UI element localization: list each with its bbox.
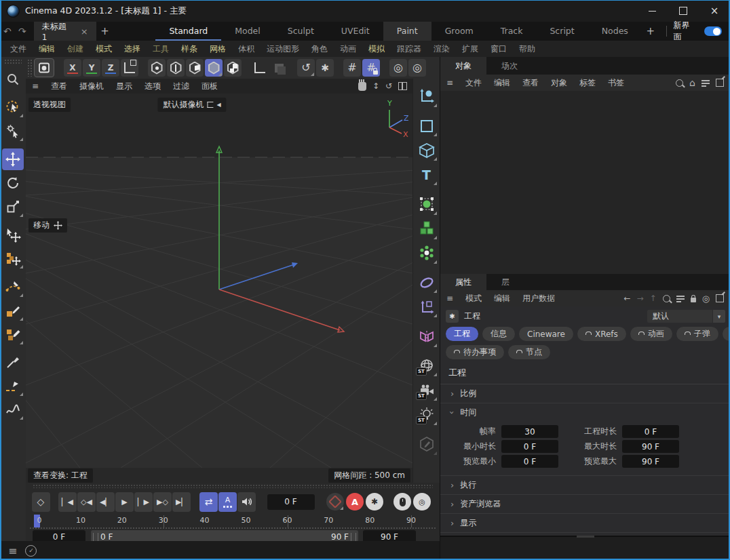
- status-menu-icon[interactable]: ≡: [8, 544, 17, 557]
- layout-tab[interactable]: Standard: [155, 22, 221, 41]
- field-value[interactable]: 30: [501, 425, 558, 438]
- cloner-button[interactable]: [415, 242, 438, 264]
- live-selection-tool[interactable]: [2, 96, 24, 118]
- model-mode-button[interactable]: [205, 59, 223, 77]
- dolly-icon[interactable]: ↕: [372, 81, 379, 91]
- lock-x-axis-button[interactable]: X: [64, 59, 81, 77]
- lock-z-axis-button[interactable]: Z: [102, 59, 119, 77]
- render-settings-button[interactable]: ◎: [408, 59, 426, 77]
- search-icon[interactable]: [676, 79, 683, 87]
- tab-info[interactable]: 信息: [482, 327, 515, 341]
- grip-handle[interactable]: [4, 59, 22, 64]
- points-mode-button[interactable]: [148, 59, 166, 77]
- input-device-button[interactable]: [393, 493, 411, 511]
- render-view-button[interactable]: [34, 58, 54, 77]
- line-cut-tool[interactable]: [2, 375, 24, 397]
- search-icon[interactable]: [663, 295, 670, 302]
- manager-tab[interactable]: 层: [486, 274, 524, 290]
- layout-tab[interactable]: Model: [221, 22, 274, 41]
- attribute-menu-icon[interactable]: ≡: [440, 294, 459, 303]
- target-icon[interactable]: ◎: [702, 294, 710, 304]
- add-layout-button[interactable]: +: [642, 25, 659, 37]
- object-menu-item[interactable]: 书签: [602, 77, 630, 89]
- up-icon[interactable]: ↑: [650, 294, 657, 303]
- manager-tab[interactable]: 属性: [440, 274, 486, 290]
- menu-item[interactable]: 帮助: [513, 41, 541, 57]
- menu-item[interactable]: 跟踪器: [391, 41, 427, 57]
- object-menu-item[interactable]: 对象: [545, 77, 573, 89]
- menu-item[interactable]: 运动图形: [261, 41, 305, 57]
- layout-tab[interactable]: Nodes: [588, 22, 642, 41]
- tweak-tool[interactable]: [2, 120, 24, 142]
- set-keyframe-button[interactable]: ◇: [32, 492, 50, 512]
- back-icon[interactable]: ←: [623, 294, 630, 303]
- workplane-button[interactable]: [270, 59, 288, 77]
- clipped-button[interactable]: ◎: [413, 493, 431, 511]
- camera-object-button[interactable]: ST: [415, 379, 438, 401]
- orbit-icon[interactable]: ↺: [385, 81, 392, 91]
- camera-label[interactable]: 默认摄像机 ◀: [158, 98, 227, 112]
- open-external-icon[interactable]: [716, 79, 724, 87]
- object-menu-icon[interactable]: ≡: [440, 78, 459, 87]
- pan-icon[interactable]: [358, 82, 366, 91]
- goto-end-button[interactable]: ▶▏: [172, 492, 191, 512]
- menu-item[interactable]: 样条: [175, 41, 204, 57]
- prev-key-button[interactable]: ◇◀: [77, 492, 96, 512]
- volume-builder-button[interactable]: [415, 218, 438, 240]
- viewport-menu-item[interactable]: 面板: [195, 81, 224, 92]
- autokey-button[interactable]: A: [346, 493, 364, 511]
- sky-object-button[interactable]: ST: [415, 355, 438, 377]
- null-object-button[interactable]: [415, 296, 438, 318]
- menu-item[interactable]: 渲染: [427, 41, 456, 57]
- cube-primitive-button[interactable]: [415, 139, 438, 161]
- sound-toggle-button[interactable]: [237, 492, 256, 512]
- lock-icon[interactable]: [691, 298, 696, 302]
- manager-tab[interactable]: 对象: [440, 57, 486, 75]
- move-tool[interactable]: [2, 148, 24, 170]
- panel-splitter[interactable]: [440, 536, 730, 560]
- menu-item[interactable]: 动画: [334, 41, 362, 57]
- viewport-menu-item[interactable]: 查看: [45, 81, 73, 92]
- tab-project[interactable]: 工程: [446, 327, 478, 341]
- attribute-menu-item[interactable]: 用户数据: [516, 293, 561, 304]
- layout-tab[interactable]: Script: [536, 22, 588, 41]
- light-object-button[interactable]: ST: [415, 403, 438, 426]
- keying-settings-button[interactable]: ✱: [366, 493, 383, 511]
- layout-tab[interactable]: Groom: [431, 22, 487, 41]
- tab-nodes[interactable]: 节点: [508, 345, 550, 359]
- prev-frame-button[interactable]: ◀▏: [96, 492, 115, 512]
- subdivision-surface-button[interactable]: [415, 193, 438, 216]
- object-menu-item[interactable]: 编辑: [488, 77, 516, 89]
- object-menu-item[interactable]: 文件: [459, 77, 488, 89]
- viewport-menu-item[interactable]: 过滤: [167, 81, 195, 92]
- menu-item[interactable]: 工具: [147, 41, 175, 57]
- viewport-menu-item[interactable]: 选项: [138, 81, 167, 92]
- object-menu-item[interactable]: 查看: [516, 77, 545, 89]
- grid-toggle-button[interactable]: #: [343, 59, 361, 77]
- make-editable-button[interactable]: [415, 433, 438, 456]
- snap-toggle-button[interactable]: ↺: [297, 59, 315, 77]
- next-frame-button[interactable]: ▏▶: [134, 492, 153, 512]
- menu-item[interactable]: 网格: [204, 41, 232, 57]
- range-handle-right[interactable]: [351, 533, 356, 541]
- filter-icon[interactable]: [676, 295, 685, 302]
- field-value[interactable]: 0 F: [501, 455, 558, 468]
- tab-todo[interactable]: 待办事项: [446, 345, 504, 359]
- menu-item[interactable]: 窗口: [484, 41, 513, 57]
- viewport-3d-view[interactable]: 透视视图 默认摄像机 ◀ Y Z X 移动: [26, 94, 412, 468]
- loop-playback-button[interactable]: ⇄: [199, 492, 218, 512]
- animation-mode-button[interactable]: A: [218, 492, 237, 512]
- menu-item[interactable]: 编辑: [33, 41, 61, 57]
- filter-icon[interactable]: [702, 79, 710, 86]
- object-axis-button[interactable]: [251, 59, 269, 77]
- document-tab[interactable]: 未标题 1 ×: [34, 22, 96, 41]
- current-frame-field[interactable]: 0 F: [267, 494, 315, 510]
- tab-simulation[interactable]: 模拟: [723, 327, 730, 341]
- viewport-menu-item[interactable]: 摄像机: [73, 81, 110, 92]
- rotate-tool[interactable]: [2, 172, 24, 194]
- multi-axis-tool[interactable]: [2, 247, 24, 269]
- maximize-button[interactable]: [668, 0, 699, 22]
- sculpt-sketch-tool[interactable]: [2, 399, 24, 420]
- timeline-ruler[interactable]: 0102030405060708090: [26, 514, 440, 529]
- lock-y-axis-button[interactable]: Y: [83, 59, 100, 77]
